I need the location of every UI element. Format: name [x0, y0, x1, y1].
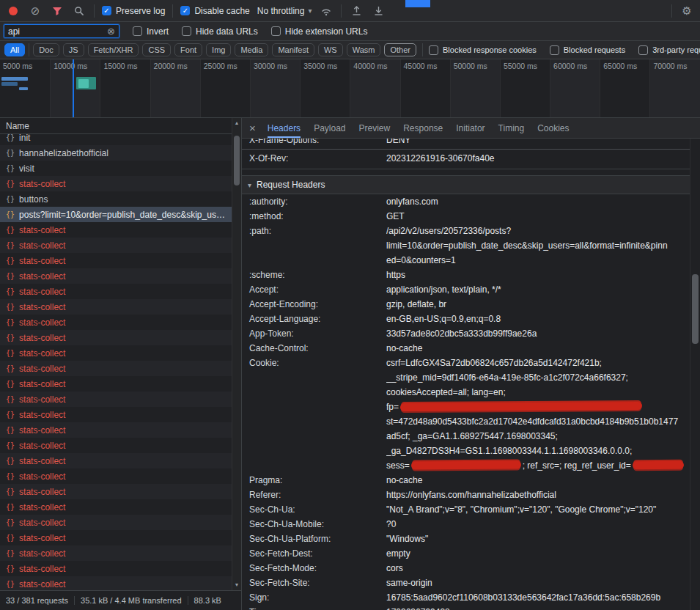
preserve-log-label: Preserve log	[116, 6, 165, 16]
request-row[interactable]: {}stats-collect	[0, 376, 241, 392]
header-value: cors	[386, 561, 690, 576]
script-icon: {}	[6, 395, 15, 403]
request-row[interactable]: {}stats-collect	[0, 576, 241, 590]
request-name: stats-collect	[19, 471, 229, 482]
header-value-line: "Not_A Brand";v="8", "Chromium";v="120",…	[386, 502, 690, 517]
scroll-up-icon[interactable]: ▲	[235, 120, 240, 125]
tab-cookies[interactable]: Cookies	[537, 118, 569, 138]
request-row[interactable]: {}stats-collect	[0, 545, 241, 561]
header-value: en-GB,en-US;q=0.9,en;q=0.8	[386, 312, 690, 326]
chip-css[interactable]: CSS	[142, 43, 171, 56]
request-row[interactable]: {}stats-collect	[0, 392, 241, 407]
requests-scrollbar[interactable]: ▲ ▼	[232, 118, 241, 590]
header-value-line: GET	[386, 209, 690, 224]
request-headers-section[interactable]: ▾ Request Headers	[242, 175, 690, 194]
chip-img[interactable]: Img	[206, 43, 231, 56]
request-row[interactable]: {}init	[0, 134, 241, 145]
request-row[interactable]: {}stats-collect	[0, 238, 241, 253]
export-icon	[373, 5, 384, 16]
header-value: onlyfans.com	[386, 194, 690, 209]
chip-manifest[interactable]: Manifest	[272, 43, 314, 56]
chip-all[interactable]: All	[4, 43, 25, 56]
scrollbar-thumb[interactable]	[692, 274, 699, 344]
checkbox-blocked-requests[interactable]: Blocked requests	[550, 45, 625, 55]
request-row[interactable]: {}stats-collect	[0, 499, 241, 515]
request-name: stats-collect	[19, 441, 229, 451]
request-row[interactable]: {}stats-collect	[0, 330, 241, 345]
search-button[interactable]	[72, 4, 86, 18]
request-row[interactable]: {}stats-collect	[0, 515, 241, 530]
settings-button[interactable]: ⚙	[679, 4, 694, 18]
checkbox-3rd-party-requests[interactable]: 3rd-party requests	[638, 45, 700, 55]
request-row[interactable]: {}stats-collect	[0, 345, 241, 361]
request-row[interactable]: {}stats-collect	[0, 176, 241, 191]
chip-fetch-xhr[interactable]: Fetch/XHR	[88, 43, 139, 56]
preserve-log-checkbox[interactable]: ✓ Preserve log	[102, 6, 165, 16]
filter-input[interactable]: api ⊗	[4, 24, 119, 38]
chip-doc[interactable]: Doc	[33, 43, 59, 56]
tab-headers[interactable]: Headers	[268, 118, 301, 138]
request-row[interactable]: {}visit	[0, 161, 241, 176]
script-icon: {}	[6, 334, 15, 342]
devtools-network-panel: ⊘ ✓ Preserve log ✓ Disable cache No thro…	[0, 0, 700, 610]
request-row[interactable]: {}stats-collect	[0, 299, 241, 315]
network-conditions-button[interactable]	[319, 4, 334, 18]
throttling-select[interactable]: No throttling ▾	[257, 6, 312, 16]
export-har-button[interactable]	[371, 4, 386, 18]
request-row[interactable]: {}stats-collect	[0, 561, 241, 576]
chip-other[interactable]: Other	[384, 43, 416, 56]
request-row[interactable]: {}hannahelizabethofficial	[0, 145, 241, 161]
request-row[interactable]: {}buttons	[0, 191, 241, 207]
checkbox-hide-extension-urls[interactable]: Hide extension URLs	[271, 26, 368, 37]
tab-response[interactable]: Response	[403, 118, 443, 138]
scroll-down-icon[interactable]: ▼	[235, 582, 240, 587]
chip-font[interactable]: Font	[174, 43, 202, 56]
request-name: stats-collect	[19, 379, 229, 389]
close-icon[interactable]: ×	[249, 122, 256, 133]
checkbox-blocked-response-cookies[interactable]: Blocked response cookies	[429, 45, 537, 55]
request-row[interactable]: {}stats-collect	[0, 407, 241, 422]
request-row[interactable]: {}stats-collect	[0, 222, 241, 238]
disable-cache-checkbox[interactable]: ✓ Disable cache	[180, 6, 249, 16]
tab-timing[interactable]: Timing	[498, 118, 525, 138]
import-har-button[interactable]	[349, 4, 364, 18]
name-column-header[interactable]: Name	[0, 118, 241, 134]
record-button[interactable]	[6, 4, 21, 18]
checkbox-invert[interactable]: Invert	[133, 26, 169, 37]
chip-ws[interactable]: WS	[318, 43, 343, 56]
search-icon	[74, 6, 84, 16]
header-value-line: application/json, text/plain, */*	[386, 282, 690, 297]
request-row[interactable]: {}stats-collect	[0, 315, 241, 330]
checkbox-hide-data-urls[interactable]: Hide data URLs	[182, 26, 258, 37]
request-row[interactable]: {}stats-collect	[0, 284, 241, 299]
filter-button[interactable]	[50, 4, 65, 18]
clear-button[interactable]: ⊘	[28, 4, 43, 18]
request-row[interactable]: {}stats-collect	[0, 253, 241, 268]
header-value: application/json, text/plain, */*	[386, 282, 690, 297]
request-row[interactable]: {}stats-collect	[0, 530, 241, 545]
chip-media[interactable]: Media	[235, 43, 268, 56]
request-row[interactable]: {}stats-collect	[0, 438, 241, 453]
tab-payload[interactable]: Payload	[314, 118, 345, 138]
timeline-label-cell: 5000 ms	[0, 59, 50, 117]
request-row[interactable]: {}posts?limit=10&order=publish_date_desc…	[0, 207, 241, 222]
request-row[interactable]: {}stats-collect	[0, 468, 241, 484]
request-row[interactable]: {}stats-collect	[0, 453, 241, 468]
tab-initiator[interactable]: Initiator	[456, 118, 485, 138]
header-row: Accept-Encoding:gzip, deflate, br	[242, 297, 690, 312]
request-row[interactable]: {}stats-collect	[0, 361, 241, 376]
header-value-line: same-origin	[386, 576, 690, 590]
details-scrollbar[interactable]	[690, 139, 700, 610]
header-row: Cache-Control:no-cache	[242, 341, 690, 356]
timeline-overview[interactable]: 5000 ms10000 ms15000 ms20000 ms25000 ms3…	[0, 59, 700, 118]
chip-js[interactable]: JS	[63, 43, 84, 56]
scrollbar-thumb[interactable]	[234, 136, 240, 185]
request-row[interactable]: {}stats-collect	[0, 422, 241, 438]
checkbox-icon	[133, 26, 142, 36]
clear-filter-icon[interactable]: ⊗	[107, 26, 115, 36]
header-key: Sec-Fetch-Dest:	[242, 546, 386, 561]
request-row[interactable]: {}stats-collect	[0, 484, 241, 499]
chip-wasm[interactable]: Wasm	[347, 43, 381, 56]
tab-preview[interactable]: Preview	[359, 118, 391, 138]
request-row[interactable]: {}stats-collect	[0, 268, 241, 284]
